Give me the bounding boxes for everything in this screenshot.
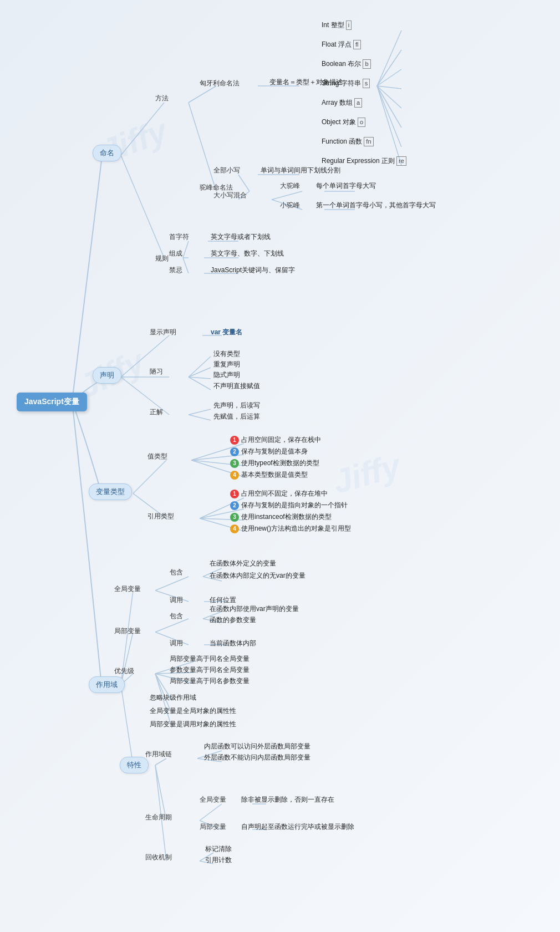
root-label: JavaScript变量 [24, 397, 79, 407]
svg-line-7 [377, 69, 401, 86]
svg-line-1 [121, 155, 164, 258]
svg-line-5 [377, 30, 401, 86]
svg-line-12 [377, 86, 401, 165]
node-local-var: 局部变量 [114, 627, 141, 636]
node-lc-global: 全局变量 [200, 795, 226, 804]
svg-line-47 [121, 632, 133, 685]
abbr-function: fn [364, 137, 373, 146]
node-naming: 命名 [93, 145, 121, 161]
node-rt4: 4 使用new()方法构造出的对象是引用型 [230, 524, 351, 533]
node-pri1: 局部变量高于同名全局变量 [170, 654, 250, 664]
node-gv-include1: 在函数体外定义的变量 [210, 559, 276, 568]
node-gc: 回收机制 [145, 853, 172, 862]
node-vt4: 4 基本类型数据是值类型 [230, 470, 308, 480]
svg-line-31 [189, 368, 211, 377]
svg-line-30 [189, 356, 211, 377]
svg-line-67 [155, 765, 166, 821]
node-rt1: 1 占用空间不固定，保存在堆中 [230, 489, 328, 498]
node-vt2: 2 保存与复制的是值本身 [230, 447, 308, 456]
svg-line-50 [155, 577, 189, 590]
node-big-camel-desc: 每个单词首字母大写 [316, 181, 376, 191]
abbr-string: s [363, 79, 370, 88]
node-redecl: 重复声明 [213, 360, 240, 369]
node-scope-chain1: 内层函数可以访问外层函数局部变量 [204, 742, 310, 751]
node-pri3: 局部变量高于同名参数变量 [170, 676, 250, 686]
node-correct: 正解 [150, 408, 163, 417]
node-decl-then-write: 先声明，后读写 [213, 401, 260, 410]
node-implicit-decl: 隐式声明 [213, 370, 240, 380]
svg-line-10 [377, 86, 401, 128]
svg-line-16 [272, 191, 302, 200]
badge-rt1: 1 [230, 490, 239, 498]
badge-rt3: 3 [230, 513, 239, 522]
abbr-float: fl [353, 40, 361, 49]
node-small-camel: 小驼峰 [280, 201, 300, 210]
badge-vt3: 3 [230, 459, 239, 468]
node-lv-include1: 在函数内部使用var声明的变量 [210, 604, 299, 614]
svg-line-13 [238, 175, 250, 191]
node-priority: 优先级 [114, 666, 134, 676]
node-rule: 规则 [155, 254, 169, 263]
node-lv-call: 调用 [170, 639, 183, 648]
node-special: 特性 [120, 757, 149, 773]
node-show-decl-desc: var 变量名 [211, 328, 242, 337]
node-first-char: 首字符 [169, 232, 189, 242]
node-big-small-mix: 大小写混合 [213, 191, 247, 200]
node-global-prop: 全局变量是全局对象的属性性 [150, 706, 236, 716]
badge-vt4: 4 [230, 471, 239, 480]
node-gc1: 标记清除 [205, 844, 232, 854]
node-lv-include2: 函数的参数变量 [210, 615, 256, 625]
node-ignore-block: 忽略块级作用域 [150, 693, 196, 702]
node-small-camel-desc: 第一个单词首字母小写，其他首字母大写 [316, 201, 436, 210]
watermark-3: Jiffy [329, 446, 404, 501]
node-hungarian: 匈牙利命名法 [200, 79, 240, 88]
node-global-var: 全局变量 [114, 584, 141, 594]
svg-line-66 [155, 758, 166, 765]
node-all-lower: 全部小写 [213, 166, 240, 175]
svg-line-0 [121, 103, 164, 155]
node-bad-habit: 陋习 [150, 367, 163, 376]
node-lc-local: 局部变量 [200, 822, 226, 832]
node-scope-chain2: 外层函数不能访问内层函数局部变量 [204, 753, 310, 762]
node-all-lower-desc: 单词与单词间用下划线分割 [261, 166, 340, 175]
node-declaration: 声明 [93, 367, 121, 384]
node-value-type: 值类型 [147, 452, 167, 461]
abbr-bool: b [363, 59, 370, 69]
svg-line-33 [189, 377, 211, 390]
abbr-array: a [354, 98, 362, 108]
node-gc2: 引用计数 [205, 855, 232, 865]
node-forbidden: 禁忌 [169, 266, 182, 275]
svg-line-9 [377, 86, 401, 108]
svg-line-22 [183, 258, 189, 273]
abbr-object: o [358, 118, 365, 127]
node-gv-include: 包含 [170, 568, 183, 577]
svg-line-36 [133, 460, 166, 493]
node-lc-global-desc: 除非被显示删除，否则一直存在 [241, 795, 334, 804]
node-int: Int 整型 i [322, 21, 352, 30]
node-direct-assign: 不声明直接赋值 [213, 381, 260, 391]
node-compose-desc: 英文字母、数字、下划线 [211, 249, 284, 258]
svg-line-71 [200, 804, 222, 821]
node-pri2: 参数变量高于同名全局变量 [170, 665, 250, 675]
mindmap-container: Jiffy Jiffy Jiffy [0, 0, 560, 932]
node-lc-local-desc: 自声明起至函数运行完毕或被显示删除 [241, 822, 354, 832]
node-gv-include2: 在函数体内部定义的无var的变量 [210, 571, 306, 580]
svg-line-20 [183, 241, 189, 258]
svg-line-6 [377, 50, 401, 86]
svg-line-49 [121, 685, 133, 765]
node-float: Float 浮点 fl [322, 40, 361, 49]
node-local-prop: 局部变量是调用对象的属性性 [150, 720, 236, 729]
node-lv-call1: 当前函数体内部 [210, 639, 256, 648]
abbr-int: i [346, 21, 352, 30]
node-bool: Boolean 布尔 b [322, 59, 371, 69]
root-node: JavaScript变量 [17, 393, 87, 411]
node-function: Function 函数 fn [322, 137, 374, 146]
node-string: String 字符串 s [322, 79, 370, 88]
svg-line-11 [377, 86, 401, 147]
node-first-char-desc: 英文字母或者下划线 [211, 232, 271, 242]
node-vartype: 变量类型 [89, 483, 132, 500]
node-big-camel: 大驼峰 [280, 181, 300, 191]
node-forbidden-desc: JavaScript关键词与、保留字 [211, 266, 295, 275]
node-ref-type: 引用类型 [147, 512, 174, 521]
node-method: 方法 [155, 94, 169, 103]
